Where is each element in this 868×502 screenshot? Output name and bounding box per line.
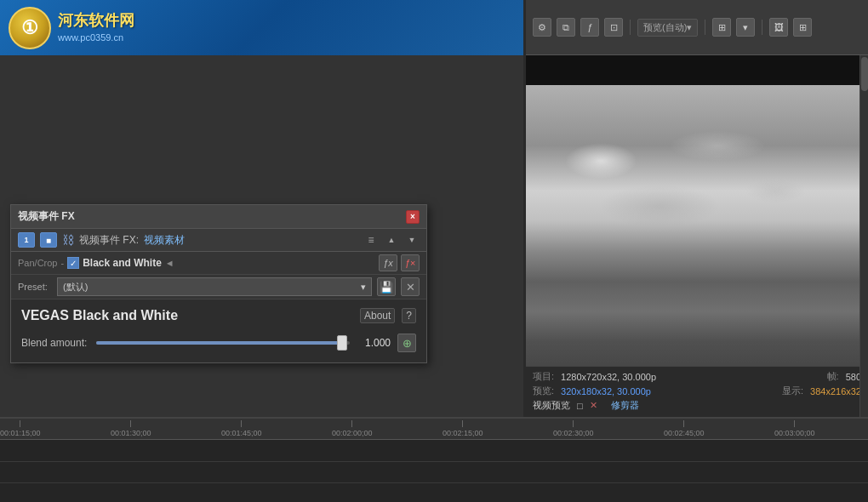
dialog-title: 视频事件 FX — [18, 209, 75, 224]
separator3 — [762, 20, 762, 35]
dialog-header: VEGAS Black and White About ? — [21, 308, 416, 323]
display-key: 显示: — [782, 385, 803, 397]
help-button[interactable]: ? — [402, 308, 416, 323]
ruler-mark: 00:01:45;00 — [221, 420, 262, 437]
bottom-close[interactable]: ✕ — [590, 400, 597, 411]
timeline-tracks — [0, 440, 868, 502]
logo-text: 河东软件网 www.pc0359.cn — [58, 10, 134, 45]
ruler-mark: 00:02:00;00 — [332, 420, 373, 437]
grid-arrow-icon[interactable]: ▾ — [736, 18, 755, 37]
logo-icon: ① — [9, 7, 51, 49]
dialog-titlebar: 视频事件 FX × — [11, 205, 426, 229]
row1-arrow-down[interactable]: ▼ — [404, 232, 420, 248]
chain-label: 视频事件 FX: — [79, 233, 139, 248]
separator2 — [705, 20, 705, 35]
fx-func-btn2[interactable]: ƒ× — [401, 254, 420, 271]
pan-crop-label: Pan/Crop — [18, 258, 57, 268]
duplicate-icon[interactable]: ⧉ — [557, 18, 575, 37]
bw-checkbox[interactable]: ✓ — [67, 257, 79, 269]
preset-label: Preset: — [18, 282, 52, 292]
bottom-label2[interactable]: □ — [577, 401, 583, 411]
blend-value: 1.000 — [357, 337, 391, 349]
preview-key: 预览: — [533, 385, 554, 397]
frame-key: 帧: — [827, 370, 839, 383]
preview-sky-background — [526, 85, 868, 387]
blend-link-icon[interactable]: ⊕ — [397, 334, 416, 352]
chain-value: 视频素材 — [144, 233, 185, 248]
blend-slider[interactable] — [96, 334, 350, 351]
preset-delete-btn[interactable]: ✕ — [401, 277, 420, 296]
ruler-mark: 00:02:30;00 — [553, 420, 594, 437]
fx-func-btn1[interactable]: ƒx — [379, 254, 397, 271]
right-toolbar: ⚙ ⧉ ƒ ⊡ 预览(自动)▾ ⊞ ▾ 🖼 ⊞ — [526, 0, 868, 55]
settings-icon[interactable]: ⚙ — [533, 18, 551, 37]
about-help-area: About ? — [360, 308, 416, 323]
trim-icon[interactable]: ⊡ — [604, 18, 623, 37]
blend-fill — [96, 341, 342, 345]
bw-label: Black and White — [83, 257, 162, 269]
save-frame-icon[interactable]: 🖼 — [769, 18, 788, 37]
timeline-area: 00:01:15;0000:01:30;0000:01:45;0000:02:0… — [0, 417, 868, 502]
bottom-label1: 视频预览 — [533, 399, 570, 412]
bottom-label3[interactable]: 修剪器 — [611, 399, 639, 412]
blend-amount-row: Blend amount: 1.000 ⊕ — [21, 334, 416, 352]
row2-arrow-left[interactable]: ◄ — [165, 258, 174, 268]
row2-separator: - — [60, 258, 64, 268]
blend-track — [96, 341, 350, 345]
chain-icon: ⛓ — [62, 233, 74, 247]
effects-chain-row: Pan/Crop - ✓ Black and White ◄ ƒx ƒ× — [11, 252, 426, 275]
ruler-mark: 00:03:00;00 — [774, 420, 815, 437]
info-bar: 项目: 1280x720x32, 30.000p 帧: 580 预览: 320x… — [526, 366, 868, 417]
preset-save-btn[interactable]: 💾 — [377, 277, 396, 296]
separator1 — [630, 20, 631, 35]
preview-dropdown[interactable]: 预览(自动)▾ — [637, 19, 698, 37]
fx-number-icon: 1 — [18, 232, 35, 248]
preset-row: Preset: (默认) ▾ 💾 ✕ — [11, 275, 426, 299]
preview-image — [526, 85, 868, 387]
fx-chain-row: 1 ■ ⛓ 视频事件 FX: 视频素材 ≡ ▲ ▼ — [11, 229, 426, 252]
ruler-mark: 00:02:15;00 — [443, 420, 483, 437]
plugin-title: VEGAS Black and White — [21, 308, 178, 323]
ruler-mark: 00:01:30;00 — [111, 420, 151, 437]
project-key: 项目: — [533, 370, 554, 383]
preset-dropdown[interactable]: (默认) ▾ — [57, 277, 372, 296]
blend-label: Blend amount: — [21, 337, 89, 349]
track-line-2 — [0, 482, 868, 483]
logo-area: ① 河东软件网 www.pc0359.cn — [0, 0, 523, 55]
site-title: 河东软件网 — [58, 10, 134, 31]
project-val: 1280x720x32, 30.000p — [561, 372, 656, 382]
info-row-3: 视频预览 □ ✕ 修剪器 — [533, 399, 861, 412]
preview-panel: ▶ ⏸ ■ ≡ — [526, 55, 868, 417]
blend-thumb[interactable] — [337, 335, 347, 351]
row1-arrow-up[interactable]: ▲ — [384, 232, 399, 248]
about-button[interactable]: About — [360, 308, 395, 323]
fx-video-icon: ■ — [40, 232, 57, 248]
display-val: 384x216x32 — [810, 386, 861, 396]
timeline-ruler: 00:01:15;0000:01:30;0000:01:45;0000:02:0… — [0, 419, 868, 440]
info-row-2: 预览: 320x180x32, 30.000p 显示: 384x216x32 — [533, 385, 861, 397]
preview-val[interactable]: 320x180x32, 30.000p — [561, 386, 651, 396]
track-line-1 — [0, 461, 868, 462]
dialog-close-button[interactable]: × — [406, 210, 420, 224]
fx-dialog: 视频事件 FX × 1 ■ ⛓ 视频事件 FX: 视频素材 ≡ ▲ ▼ Pan/… — [10, 204, 427, 363]
ruler-mark: 00:02:45;00 — [664, 420, 705, 437]
site-url: www.pc0359.cn — [58, 31, 134, 44]
bw-checkbox-container: ✓ Black and White — [67, 257, 162, 269]
right-scrollbar[interactable] — [859, 55, 868, 472]
scrollbar-thumb[interactable] — [861, 57, 868, 91]
ruler-mark: 00:01:15;00 — [0, 420, 41, 437]
grid-icon[interactable]: ⊞ — [712, 18, 731, 37]
export-icon[interactable]: ⊞ — [793, 18, 812, 37]
row1-menu-btn[interactable]: ≡ — [363, 232, 379, 248]
dialog-content: VEGAS Black and White About ? Blend amou… — [11, 299, 426, 362]
function-icon[interactable]: ƒ — [580, 18, 599, 37]
info-row-1: 项目: 1280x720x32, 30.000p 帧: 580 — [533, 370, 861, 383]
preview-black-top — [526, 55, 868, 85]
